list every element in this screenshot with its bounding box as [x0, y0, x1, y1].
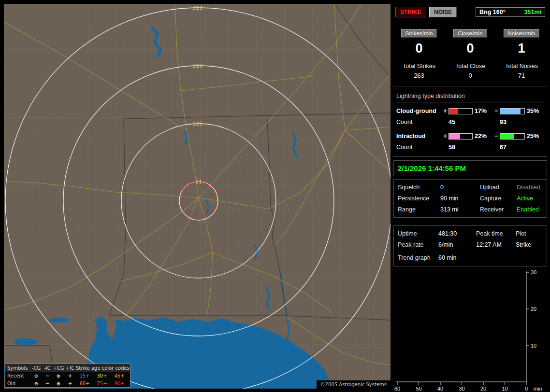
legend-pos-ic-header: +IC: [64, 365, 76, 371]
legend-old-row: Old ⊖ − ⊕ + 60+ 75+ 90+: [5, 379, 130, 387]
y-tick-10: 10: [531, 343, 536, 349]
strikes-per-min-value: 0: [393, 41, 445, 56]
total-noises-label: Total Noises: [496, 63, 547, 70]
pos-ic-old-icon: +: [64, 381, 76, 386]
bearing-display: Bng 160° 351mi: [476, 7, 545, 17]
cg-minus-count: 93: [500, 119, 525, 126]
range-label: Range: [398, 206, 440, 213]
map-canvas[interactable]: 313 219 125 31: [4, 4, 391, 389]
pos-cg-old-icon: ⊕: [53, 381, 64, 386]
upload-status: Disabled: [517, 184, 543, 191]
top-controls: STRIKE NOISE Bng 160° 351mi: [393, 4, 547, 18]
ring-label-313: 313: [192, 5, 203, 11]
peak-rate-label: Peak rate: [398, 241, 438, 248]
control-panel: STRIKE NOISE Bng 160° 351mi Strikes/min …: [393, 4, 547, 389]
neg-ic-old-icon: −: [42, 381, 53, 386]
close-rate-column: Close/min 0 Total Close 0: [445, 29, 496, 79]
peak-time-value: 12:27 AM: [476, 241, 516, 248]
cloud-ground-label: Cloud-ground: [396, 108, 442, 114]
cg-plus-count: 45: [449, 119, 473, 126]
squelch-value: 0: [440, 184, 480, 191]
ic-minus-percent: 25%: [525, 133, 543, 140]
bearing-label: Bng 160°: [479, 9, 506, 15]
cg-plus-bar-fill: [449, 109, 458, 114]
cg-minus-percent: 35%: [525, 108, 543, 114]
x-tick-0: 0: [525, 386, 528, 392]
intracloud-label: Intracloud: [396, 133, 442, 140]
close-per-min-button[interactable]: Close/min: [453, 29, 487, 38]
persistence-label: Persistence: [398, 195, 440, 202]
bearing-distance: 351mi: [524, 9, 541, 15]
neg-cg-old-icon: ⊖: [30, 381, 42, 386]
total-strikes-label: Total Strikes: [393, 63, 445, 70]
y-tick-20: 20: [531, 306, 536, 312]
uptime-value: 481:30: [438, 230, 476, 237]
age-15-label: 15+: [76, 373, 93, 378]
neg-ic-recent-icon: −: [42, 373, 53, 378]
cg-plus-bar: [449, 108, 473, 114]
legend-header-row: Symbols -CG -IC +CG +IC Strike age color…: [5, 364, 130, 372]
legend-neg-cg-header: -CG: [30, 365, 42, 371]
capture-status: Active: [517, 195, 543, 202]
ring-label-31: 31: [195, 179, 202, 185]
distribution-title: Lightning type distribution: [396, 93, 544, 102]
pos-cg-recent-icon: ⊕: [53, 373, 64, 378]
minus-sign: −: [493, 133, 500, 140]
range-value: 313 mi: [440, 206, 480, 213]
uptime-label: Uptime: [398, 230, 438, 237]
datetime-text: 2/1/2026 1:44:56 PM: [398, 164, 466, 172]
ic-plus-bar: [449, 133, 473, 140]
ic-minus-count: 67: [500, 144, 525, 151]
age-90-label: 90+: [111, 381, 128, 386]
y-tick-30: 30: [531, 269, 536, 275]
total-strikes-value: 263: [393, 72, 445, 79]
cg-minus-bar-fill: [500, 109, 521, 114]
trend-graph-label: Trend graph: [398, 254, 438, 261]
neg-cg-recent-icon: ⊖: [30, 373, 42, 378]
noises-per-min-button[interactable]: Noises/min: [504, 29, 540, 38]
map-panel: 313 219 125 31 Symbols -CG -IC +CG +IC S…: [4, 4, 391, 389]
noise-button[interactable]: NOISE: [429, 7, 457, 17]
ic-plus-count: 58: [449, 144, 473, 151]
settings-section: Squelch 0 Upload Disabled Persistence 90…: [393, 179, 547, 218]
legend-age-title: Strike age color codes: [76, 365, 128, 371]
receiver-label: Receiver: [480, 206, 517, 213]
legend-pos-cg-header: +CG: [53, 365, 64, 371]
noises-per-min-value: 1: [496, 41, 547, 56]
total-noises-value: 71: [496, 72, 547, 79]
x-tick-50: 50: [416, 386, 421, 392]
cloud-ground-row: Cloud-ground + 17% − 35%: [396, 108, 544, 114]
legend-symbols-header: Symbols: [7, 365, 30, 371]
pos-ic-recent-icon: +: [64, 373, 76, 378]
cg-plus-percent: 17%: [473, 108, 493, 114]
plot-value: Strike: [516, 241, 543, 248]
x-tick-10: 10: [502, 386, 507, 392]
x-axis-unit: min: [534, 386, 542, 392]
ic-minus-bar: [500, 133, 525, 140]
graph-tick-labels: 30 20 10 60 50 40 30 20 10 0 min: [394, 269, 542, 392]
plus-sign: +: [442, 108, 449, 114]
peak-rate-value: 6/min: [438, 241, 476, 248]
ic-count-label: Count: [396, 144, 442, 151]
age-30-label: 30+: [93, 373, 111, 378]
upload-label: Upload: [480, 184, 517, 191]
receiver-status: Enabled: [517, 206, 543, 213]
age-45-label: 45+: [111, 373, 128, 378]
x-tick-20: 20: [480, 386, 486, 392]
capture-label: Capture: [480, 195, 517, 202]
rates-section: Strikes/min 0 Total Strikes 263 Close/mi…: [393, 29, 547, 86]
strike-button[interactable]: STRIKE: [395, 7, 426, 17]
map-copyright: ©2005 Astrogenic Systems: [317, 380, 391, 389]
strikes-rate-column: Strikes/min 0 Total Strikes 263: [393, 29, 445, 79]
minus-sign: −: [493, 108, 500, 114]
x-tick-60: 60: [394, 386, 400, 392]
ring-label-125: 125: [192, 121, 203, 127]
plus-sign: +: [442, 133, 449, 140]
ic-plus-bar-fill: [449, 134, 460, 139]
datetime-display: 2/1/2026 1:44:56 PM: [393, 160, 547, 176]
strikes-per-min-button[interactable]: Strikes/min: [401, 29, 437, 38]
map-legend: Symbols -CG -IC +CG +IC Strike age color…: [5, 364, 130, 388]
legend-neg-ic-header: -IC: [42, 365, 53, 371]
noises-rate-column: Noises/min 1 Total Noises 71: [496, 29, 547, 79]
cloud-ground-count-row: Count 45 93: [396, 119, 544, 126]
